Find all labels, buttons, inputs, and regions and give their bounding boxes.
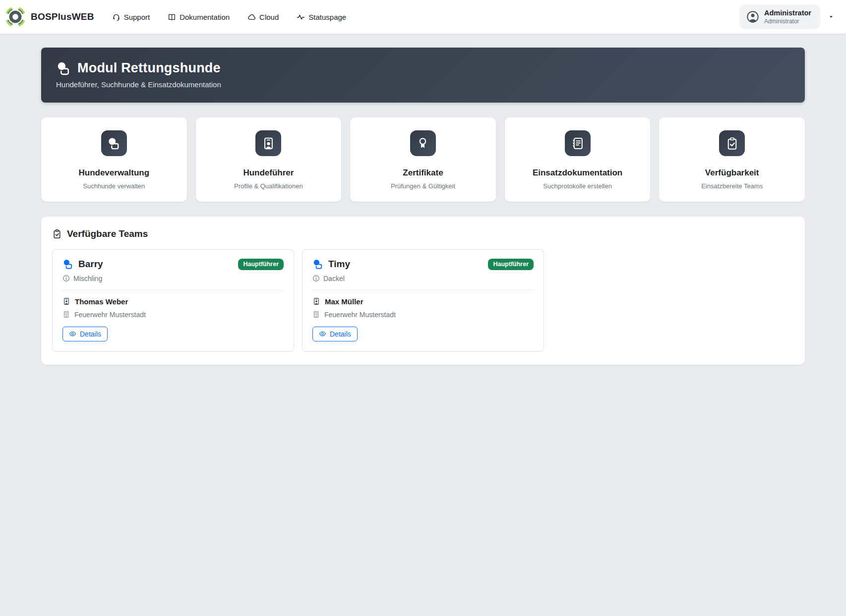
- details-button[interactable]: Details: [62, 327, 108, 341]
- book-icon: [168, 13, 176, 21]
- module-card-grid: Hundeverwaltung Suchhunde verwalten Hund…: [41, 117, 805, 202]
- details-button[interactable]: Details: [312, 327, 358, 341]
- module-title: Einsatzdokumentation: [512, 168, 644, 178]
- module-card-hundefuehrer[interactable]: Hundeführer Profile & Qualifikationen: [196, 117, 342, 202]
- dog-icon: [56, 61, 71, 76]
- team-card-timy: Timy Hauptführer Dackel Max Müller Feuer…: [302, 249, 544, 352]
- dog-breed: Dackel: [323, 275, 345, 282]
- empty-grid-cell: [552, 249, 794, 352]
- dog-icon: [312, 259, 323, 270]
- journal-text-icon: [565, 130, 591, 156]
- info-circle-icon: [62, 275, 70, 282]
- module-subtitle: Prüfungen & Gültigkeit: [357, 182, 489, 190]
- brand-name: BOSPlusWEB: [31, 11, 94, 22]
- award-icon: [410, 130, 436, 156]
- organization: Feuerwehr Musterstadt: [324, 311, 396, 319]
- dog-name: Timy: [328, 259, 350, 270]
- dog-breed: Mischling: [73, 275, 102, 282]
- clipboard-check-icon: [52, 229, 62, 239]
- team-card-barry: Barry Hauptführer Mischling Thomas Weber…: [52, 249, 294, 352]
- module-title: Hundeverwaltung: [48, 168, 180, 178]
- teams-header: Verfügbare Teams: [52, 228, 794, 239]
- user-name: Administrator: [764, 8, 811, 17]
- headset-icon: [112, 13, 121, 21]
- building-icon: [312, 311, 320, 318]
- info-circle-icon: [312, 275, 320, 282]
- organization: Feuerwehr Musterstadt: [74, 311, 146, 319]
- handler-name: Thomas Weber: [75, 297, 128, 306]
- cloud-icon: [247, 13, 256, 21]
- top-navbar: BOSPlusWEB Support Dokumentation Cloud S…: [0, 0, 846, 34]
- module-title: Zertifikate: [357, 168, 489, 178]
- person-circle-icon: [746, 10, 759, 23]
- status-badge: Hauptführer: [238, 259, 284, 270]
- module-subtitle: Profile & Qualifikationen: [203, 182, 335, 190]
- person-badge-icon: [255, 130, 281, 156]
- person-badge-icon: [62, 297, 70, 305]
- eye-icon: [319, 330, 326, 337]
- activity-icon: [297, 13, 305, 21]
- divider: [62, 290, 284, 290]
- handler-name: Max Müller: [325, 297, 363, 306]
- module-hero-banner: Modul Rettungshunde Hundeführer, Suchhun…: [41, 48, 805, 103]
- page-content: Modul Rettungshunde Hundeführer, Suchhun…: [41, 48, 805, 365]
- nav-label: Statuspage: [308, 13, 346, 21]
- page-subtitle: Hundeführer, Suchhunde & Einsatzdokument…: [56, 80, 790, 89]
- teams-grid: Barry Hauptführer Mischling Thomas Weber…: [52, 249, 794, 352]
- dog-icon: [101, 130, 127, 156]
- module-card-einsatzdokumentation[interactable]: Einsatzdokumentation Suchprotokolle erst…: [505, 117, 651, 202]
- module-subtitle: Suchhunde verwalten: [48, 182, 180, 190]
- nav-item-statuspage[interactable]: Statuspage: [297, 13, 346, 21]
- teams-title: Verfügbare Teams: [67, 228, 148, 239]
- status-badge: Hauptführer: [488, 259, 534, 270]
- nav-label: Dokumentation: [180, 13, 230, 21]
- main-nav: Support Dokumentation Cloud Statuspage: [112, 13, 739, 21]
- module-title: Verfügbarkeit: [666, 168, 798, 178]
- brand-home-link[interactable]: BOSPlusWEB: [5, 6, 94, 27]
- user-menu: Administrator Administrator: [739, 4, 834, 29]
- module-subtitle: Einsatzbereite Teams: [666, 182, 798, 190]
- module-subtitle: Suchprotokolle erstellen: [512, 182, 644, 190]
- available-teams-panel: Verfügbare Teams Barry Hauptführer Misch…: [41, 217, 805, 365]
- module-title: Hundeführer: [203, 168, 335, 178]
- user-texts: Administrator Administrator: [764, 8, 811, 25]
- building-icon: [62, 311, 70, 318]
- user-role: Administrator: [764, 18, 811, 25]
- person-badge-icon: [312, 297, 320, 305]
- nav-label: Support: [124, 13, 150, 21]
- module-card-zertifikate[interactable]: Zertifikate Prüfungen & Gültigkeit: [350, 117, 496, 202]
- page-title: Modul Rettungshunde: [77, 60, 221, 76]
- chevron-down-icon[interactable]: [828, 14, 834, 20]
- dog-name: Barry: [78, 259, 103, 270]
- clipboard-check-icon: [719, 130, 745, 156]
- user-profile-button[interactable]: Administrator Administrator: [739, 4, 820, 29]
- nav-item-cloud[interactable]: Cloud: [247, 13, 279, 21]
- eye-icon: [69, 330, 76, 337]
- nav-label: Cloud: [259, 13, 279, 21]
- dog-icon: [62, 259, 73, 270]
- module-card-hundeverwaltung[interactable]: Hundeverwaltung Suchhunde verwalten: [41, 117, 187, 202]
- nav-item-support[interactable]: Support: [112, 13, 150, 21]
- details-label: Details: [330, 330, 351, 338]
- details-label: Details: [80, 330, 101, 338]
- divider: [312, 290, 534, 290]
- module-card-verfuegbarkeit[interactable]: Verfügbarkeit Einsatzbereite Teams: [659, 117, 805, 202]
- nav-item-dokumentation[interactable]: Dokumentation: [168, 13, 230, 21]
- app-logo-icon: [5, 6, 26, 27]
